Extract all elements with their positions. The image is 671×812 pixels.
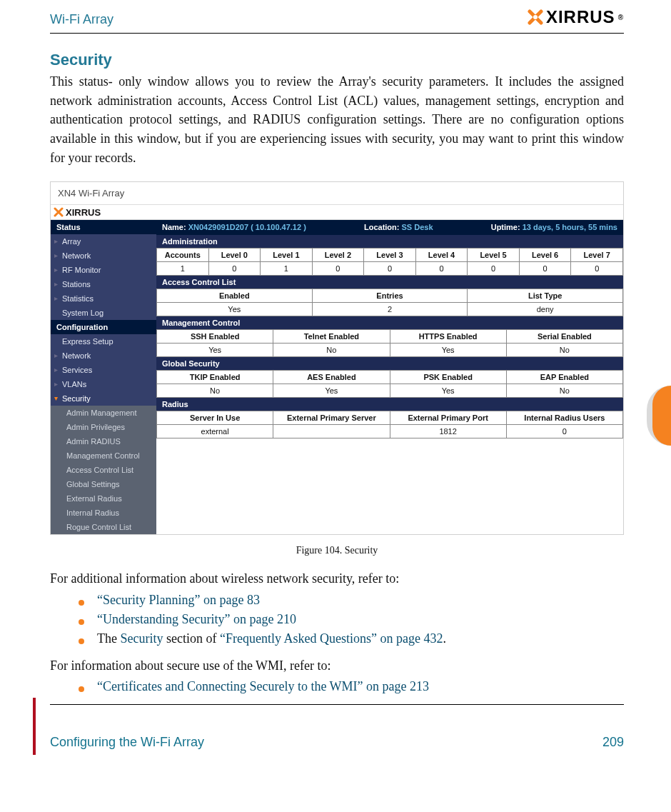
td: 0: [468, 262, 520, 276]
gsec-table: TKIP Enabled AES Enabled PSK Enabled EAP…: [156, 370, 623, 398]
td: Yes: [157, 344, 273, 357]
footer-section: Configuring the Wi-Fi Array: [50, 735, 204, 750]
td: 0: [312, 262, 364, 276]
nav-sub-globalsettings[interactable]: Global Settings: [51, 477, 156, 491]
location-label: Location:: [364, 223, 400, 231]
td: Yes: [157, 303, 313, 316]
nav-group-config: Configuration: [51, 320, 156, 334]
footer-rule: [50, 704, 624, 705]
section-gsec: Global Security: [156, 357, 623, 370]
th: Level 0: [208, 249, 261, 262]
section-administration: Administration: [156, 235, 623, 248]
td: 0: [364, 262, 416, 276]
th: Level 1: [261, 249, 313, 262]
th: Level 2: [312, 249, 364, 262]
logo-icon: [528, 9, 543, 25]
section-radius: Radius: [156, 398, 623, 411]
radius-table: Server In Use External Primary Server Ex…: [156, 411, 623, 438]
nav-sub-acl[interactable]: Access Control List: [51, 463, 156, 477]
link-understanding-security[interactable]: “Understanding Security” on page 210: [97, 612, 296, 626]
screenshot-figure: XN4 Wi-Fi Array XIRRUS Status Array Netw…: [50, 181, 624, 535]
th: TKIP Enabled: [157, 371, 273, 384]
th: AES Enabled: [273, 371, 390, 384]
screenshot-brand-logo: XIRRUS: [51, 205, 623, 219]
nav-sidebar: Status Array Network RF Monitor Stations…: [51, 220, 156, 534]
th: External Primary Port: [390, 411, 506, 425]
th: Level 6: [519, 249, 571, 262]
section-mgmt: Management Control: [156, 316, 623, 329]
location-value: SS Desk: [402, 223, 433, 231]
nav-item-security[interactable]: Security: [51, 391, 156, 406]
nav-item-rfmonitor[interactable]: RF Monitor: [51, 263, 156, 277]
name-label: Name:: [162, 223, 186, 231]
th: Level 4: [415, 249, 468, 262]
nav-sub-adminpriv[interactable]: Admin Privileges: [51, 420, 156, 434]
td: 0: [519, 262, 571, 276]
td: external: [157, 425, 273, 438]
nav-item-express[interactable]: Express Setup: [51, 334, 156, 349]
nav-sub-adminradius[interactable]: Admin RADIUS: [51, 434, 156, 448]
svg-point-0: [533, 15, 538, 19]
running-header: Wi-Fi Array: [50, 12, 113, 27]
th: Level 7: [571, 249, 623, 262]
nav-item-network[interactable]: Network: [51, 249, 156, 263]
screenshot-brand-name: XIRRUS: [66, 207, 101, 218]
link-faq[interactable]: “Frequently Asked Questions” on page 432: [220, 631, 443, 646]
th: SSH Enabled: [157, 330, 273, 344]
td: 0: [208, 262, 261, 276]
th: External Primary Server: [273, 411, 390, 425]
th: Internal Radius Users: [506, 411, 622, 425]
section-heading: Security: [50, 51, 624, 69]
uptime-label: Uptime:: [491, 223, 520, 231]
uptime-value: 13 days, 5 hours, 55 mins: [523, 223, 617, 231]
window-title: XN4 Wi-Fi Array: [51, 182, 623, 205]
td: Yes: [390, 384, 506, 398]
post-paragraph-2: For information about secure use of the …: [50, 656, 624, 676]
td: Yes: [273, 384, 390, 398]
mgmt-table: SSH Enabled Telnet Enabled HTTPS Enabled…: [156, 329, 623, 357]
td: Yes: [390, 344, 506, 357]
th: Level 3: [364, 249, 416, 262]
th: Level 5: [468, 249, 520, 262]
change-bar: [33, 698, 36, 755]
nav-sub-mgmtctrl[interactable]: Management Control: [51, 448, 156, 463]
link-certificates[interactable]: “Certificates and Connecting Securely to…: [97, 679, 429, 693]
td: No: [506, 384, 622, 398]
nav-item-network2[interactable]: Network: [51, 349, 156, 363]
bullet-faq: The Security section of “Frequently Aske…: [79, 631, 624, 646]
td: 1: [157, 262, 209, 276]
th: PSK Enabled: [390, 371, 506, 384]
th: Telnet Enabled: [273, 330, 390, 344]
name-value: XN0429091D207 ( 10.100.47.12 ): [188, 223, 306, 231]
link-security-section[interactable]: Security: [120, 631, 163, 646]
nav-sub-adminmgmt[interactable]: Admin Management: [51, 406, 156, 420]
nav-sub-extradius[interactable]: External Radius: [51, 491, 156, 506]
nav-sub-rogue[interactable]: Rogue Control List: [51, 520, 156, 534]
page-number: 209: [602, 735, 624, 750]
nav-item-array[interactable]: Array: [51, 234, 156, 249]
nav-item-stations[interactable]: Stations: [51, 277, 156, 291]
nav-item-vlans[interactable]: VLANs: [51, 377, 156, 391]
section-intro: This status- only window allows you to r…: [50, 72, 624, 167]
registered-mark: ®: [618, 14, 624, 21]
td: 0: [415, 262, 468, 276]
th: HTTPS Enabled: [390, 330, 506, 344]
nav-item-statistics[interactable]: Statistics: [51, 291, 156, 306]
header-rule: [50, 33, 624, 34]
td: 2: [312, 303, 468, 316]
acl-table: Enabled Entries List Type Yes 2 deny: [156, 289, 623, 316]
nav-group-status: Status: [51, 220, 156, 234]
td: No: [273, 344, 390, 357]
nav-sub-intradius[interactable]: Internal Radius: [51, 506, 156, 520]
nav-item-systemlog[interactable]: System Log: [51, 306, 156, 320]
th: Serial Enabled: [506, 330, 622, 344]
admin-table: Accounts Level 0 Level 1 Level 2 Level 3…: [156, 248, 623, 276]
th: Server In Use: [157, 411, 273, 425]
th: Entries: [312, 289, 468, 303]
th: List Type: [468, 289, 623, 303]
link-security-planning[interactable]: “Security Planning” on page 83: [97, 593, 260, 607]
td: No: [157, 384, 273, 398]
nav-item-services[interactable]: Services: [51, 363, 156, 377]
td: 1812: [390, 425, 506, 438]
brand-logo: XIRRUS®: [528, 7, 624, 27]
